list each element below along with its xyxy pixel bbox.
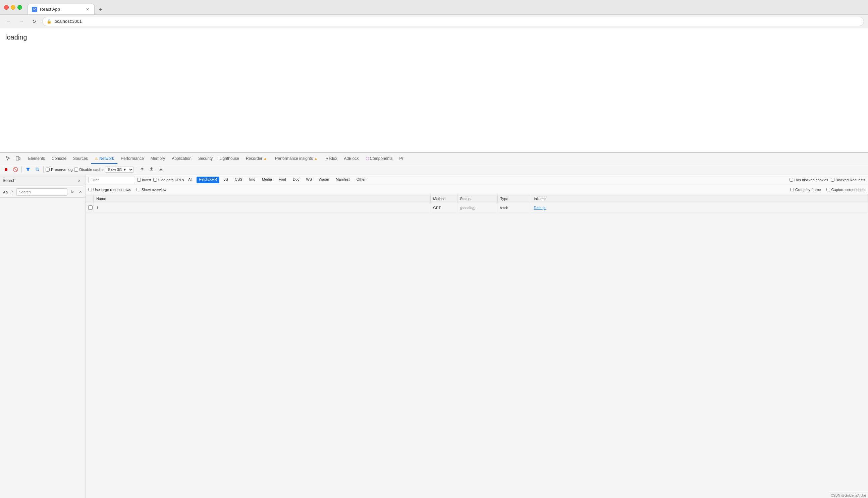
tab-performance[interactable]: Performance	[117, 154, 147, 164]
device-toolbar-icon[interactable]	[13, 154, 23, 163]
components-icon: ⬡	[366, 156, 369, 161]
tab-recorder[interactable]: Recorder ▲	[242, 154, 272, 164]
tab-adblock[interactable]: AdBlock	[341, 154, 362, 164]
record-network-button[interactable]: ⏺	[2, 166, 10, 174]
search-button[interactable]	[33, 166, 41, 174]
minimize-window-button[interactable]	[11, 5, 15, 10]
th-type: Type	[498, 194, 531, 203]
search-match-case-button[interactable]: Aa	[3, 188, 8, 196]
filter-type-wasm[interactable]: Wasm	[316, 176, 331, 183]
table-header-row: Name Method Status Type Initiator	[86, 194, 868, 203]
tab-performance-insights[interactable]: Performance insights ▲	[272, 154, 322, 164]
table-row[interactable]: 1 GET (pending) fetch Data.js:	[86, 203, 868, 212]
tab-lighthouse[interactable]: Lighthouse	[216, 154, 242, 164]
tab-console[interactable]: Console	[48, 154, 70, 164]
th-name: Name	[93, 194, 431, 203]
hide-data-urls-checkbox[interactable]	[153, 178, 157, 182]
invert-filter-checkbox[interactable]	[137, 178, 141, 182]
th-initiator: Initiator	[531, 194, 868, 203]
filter-type-media[interactable]: Media	[259, 176, 275, 183]
maximize-window-button[interactable]	[17, 5, 22, 10]
devtools-panel: Elements Console Sources ⚠ Network Perfo…	[0, 152, 868, 498]
tab-pr[interactable]: Pr	[396, 154, 407, 164]
cancel-record-button[interactable]: 🚫	[11, 166, 20, 174]
forward-button[interactable]: →	[17, 17, 26, 26]
tab-bar: R React App ✕ +	[27, 0, 864, 14]
extra-options-right: Group by frame Capture screenshots	[790, 188, 865, 192]
tab-application[interactable]: Application	[168, 154, 195, 164]
th-checkbox	[86, 194, 93, 203]
filter-type-manifest[interactable]: Manifest	[333, 176, 352, 183]
toolbar-divider-1	[22, 167, 22, 173]
filter-type-all[interactable]: All	[186, 176, 194, 183]
preserve-log-checkbox-label[interactable]: Preserve log	[46, 168, 73, 172]
preserve-log-checkbox[interactable]	[46, 168, 50, 172]
row-checkbox[interactable]	[88, 206, 92, 210]
inspect-element-icon[interactable]	[3, 154, 13, 163]
filter-button[interactable]	[24, 166, 32, 174]
group-by-frame-checkbox[interactable]	[790, 188, 794, 191]
has-blocked-cookies-label[interactable]: Has blocked cookies	[790, 178, 828, 182]
filter-type-font[interactable]: Font	[276, 176, 289, 183]
row-status-cell: (pending)	[458, 203, 498, 212]
row-type-cell: fetch	[498, 203, 531, 212]
search-sidebar: Search × Aa .* ↻ ✕	[0, 175, 86, 498]
filter-type-doc[interactable]: Doc	[291, 176, 302, 183]
address-bar: ← → ↻ 🔒 localhost:3001	[0, 15, 868, 28]
tab-close-button[interactable]: ✕	[85, 7, 90, 12]
large-rows-checkbox[interactable]	[88, 188, 92, 191]
filter-input[interactable]	[88, 176, 135, 183]
devtools-body: Search × Aa .* ↻ ✕	[0, 175, 868, 498]
tab-title: React App	[40, 7, 60, 12]
tab-components[interactable]: ⬡ Components	[362, 154, 396, 164]
tab-elements[interactable]: Elements	[25, 154, 48, 164]
disable-cache-checkbox[interactable]	[74, 168, 78, 172]
hide-data-urls-label[interactable]: Hide data URLs	[153, 178, 184, 182]
search-input[interactable]	[16, 188, 67, 196]
filter-type-img[interactable]: Img	[247, 176, 258, 183]
svg-rect-6	[159, 171, 163, 171]
invert-filter-label[interactable]: Invert	[137, 178, 151, 182]
filter-type-other[interactable]: Other	[354, 176, 368, 183]
large-rows-label[interactable]: Use large request rows	[88, 188, 131, 192]
new-tab-button[interactable]: +	[96, 5, 105, 14]
browser-tab-active[interactable]: R React App ✕	[27, 4, 94, 14]
capture-screenshots-checkbox[interactable]	[826, 188, 830, 191]
group-by-frame-label[interactable]: Group by frame	[790, 188, 821, 192]
show-overview-checkbox[interactable]	[137, 188, 140, 191]
tab-redux[interactable]: Redux	[322, 154, 341, 164]
filter-right-options: Has blocked cookies Blocked Requests	[790, 178, 865, 182]
row-initiator-cell[interactable]: Data.js:	[531, 203, 868, 212]
wifi-icon[interactable]	[138, 166, 146, 174]
svg-point-3	[36, 168, 38, 170]
search-regex-button[interactable]: .*	[10, 188, 13, 196]
tab-sources[interactable]: Sources	[70, 154, 91, 164]
tab-memory[interactable]: Memory	[147, 154, 168, 164]
recorder-warning-icon: ▲	[263, 157, 267, 160]
close-window-button[interactable]	[4, 5, 9, 10]
row-checkbox-cell[interactable]	[86, 203, 93, 212]
filter-type-js[interactable]: JS	[221, 176, 230, 183]
blocked-requests-checkbox[interactable]	[831, 178, 834, 182]
search-sidebar-close-button[interactable]: ×	[76, 177, 82, 184]
show-overview-label[interactable]: Show overview	[137, 188, 166, 192]
blocked-requests-label[interactable]: Blocked Requests	[831, 178, 865, 182]
perf-insights-warning-icon: ▲	[314, 157, 318, 160]
reload-button[interactable]: ↻	[29, 17, 39, 26]
filter-type-css[interactable]: CSS	[232, 176, 245, 183]
disable-cache-checkbox-label[interactable]: Disable cache	[74, 168, 104, 172]
warning-icon: ⚠	[94, 157, 98, 161]
url-bar[interactable]: 🔒 localhost:3001	[42, 17, 864, 26]
capture-screenshots-label[interactable]: Capture screenshots	[826, 188, 866, 192]
download-icon[interactable]	[157, 166, 165, 174]
upload-icon[interactable]	[148, 166, 156, 174]
filter-type-ws[interactable]: WS	[304, 176, 315, 183]
filter-type-fetch-xhr[interactable]: Fetch/XHR	[196, 176, 219, 183]
search-clear-button[interactable]: ✕	[77, 189, 84, 195]
tab-security[interactable]: Security	[195, 154, 216, 164]
search-refresh-button[interactable]: ↻	[69, 189, 75, 195]
throttle-dropdown[interactable]: Slow 3G ▼	[105, 167, 134, 173]
tab-network[interactable]: ⚠ Network	[91, 154, 117, 164]
back-button[interactable]: ←	[4, 17, 13, 26]
has-blocked-cookies-checkbox[interactable]	[790, 178, 793, 182]
